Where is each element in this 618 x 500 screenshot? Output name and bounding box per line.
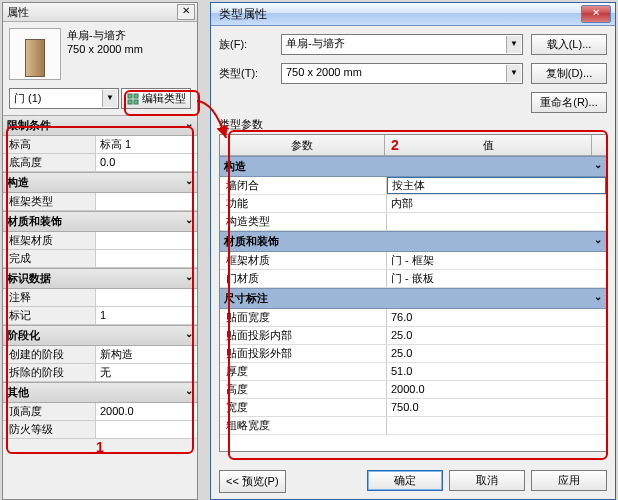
section-title: 材质和装饰	[7, 215, 62, 227]
chevron-down-icon: ▼	[506, 36, 521, 53]
type-param-row[interactable]: 墙闭合按主体	[220, 177, 606, 195]
category-header[interactable]: 尺寸标注⌄	[220, 288, 606, 309]
param-value[interactable]	[387, 417, 606, 434]
close-dialog-button[interactable]: ✕	[581, 5, 611, 23]
param-label: 贴面投影外部	[220, 345, 387, 362]
property-value[interactable]	[96, 250, 197, 267]
property-value[interactable]: 1	[96, 307, 197, 324]
type-param-row[interactable]: 宽度750.0	[220, 399, 606, 417]
expand-icon: ⌄	[594, 291, 602, 302]
property-value[interactable]: 标高 1	[96, 136, 197, 153]
type-param-row[interactable]: 构造类型	[220, 213, 606, 231]
load-label: 载入(L)...	[547, 38, 592, 50]
apply-button[interactable]: 应用	[531, 470, 607, 491]
edit-type-button[interactable]: 编辑类型	[121, 88, 191, 109]
param-value[interactable]: 内部	[387, 195, 606, 212]
property-value[interactable]: 0.0	[96, 154, 197, 171]
property-row[interactable]: 底高度0.0	[3, 154, 197, 172]
type-param-row[interactable]: 框架材质门 - 框架	[220, 252, 606, 270]
category-title: 构造	[224, 160, 246, 172]
dialog-title-text: 类型属性	[219, 6, 267, 23]
family-preview-row: 单扇-与墙齐 750 x 2000 mm	[3, 22, 197, 86]
property-row[interactable]: 顶高度2000.0	[3, 403, 197, 421]
properties-panel: 属性 ✕ 单扇-与墙齐 750 x 2000 mm 门 (1) ▼ 编辑类型 限…	[2, 2, 198, 500]
param-label: 粗略宽度	[220, 417, 387, 434]
section-header[interactable]: 材质和装饰⌄	[3, 211, 197, 232]
duplicate-label: 复制(D)...	[546, 67, 592, 79]
category-header[interactable]: 材质和装饰⌄	[220, 231, 606, 252]
dialog-titlebar[interactable]: 类型属性 ✕	[211, 3, 615, 26]
col-value-text: 值	[483, 139, 494, 151]
cancel-button[interactable]: 取消	[449, 470, 525, 491]
property-label: 标记	[3, 307, 96, 324]
param-label: 框架材质	[220, 252, 387, 269]
property-row[interactable]: 拆除的阶段无	[3, 364, 197, 382]
type-label: 类型(T):	[219, 66, 275, 81]
section-title: 标识数据	[7, 272, 51, 284]
property-value[interactable]	[96, 289, 197, 306]
param-value[interactable]: 门 - 嵌板	[387, 270, 606, 287]
param-label: 贴面宽度	[220, 309, 387, 326]
param-value[interactable]: 2000.0	[387, 381, 606, 398]
property-row[interactable]: 创建的阶段新构造	[3, 346, 197, 364]
param-value[interactable]: 76.0	[387, 309, 606, 326]
property-row[interactable]: 标记1	[3, 307, 197, 325]
property-row[interactable]: 完成	[3, 250, 197, 268]
property-label: 底高度	[3, 154, 96, 171]
param-label: 宽度	[220, 399, 387, 416]
param-value[interactable]	[387, 213, 606, 230]
type-params-header: 参数 2 值	[220, 135, 606, 156]
type-combo[interactable]: 750 x 2000 mm ▼	[281, 63, 523, 84]
category-header[interactable]: 构造⌄	[220, 156, 606, 177]
property-value[interactable]	[96, 232, 197, 249]
param-value[interactable]: 25.0	[387, 327, 606, 344]
property-row[interactable]: 框架材质	[3, 232, 197, 250]
preview-button[interactable]: << 预览(P)	[219, 470, 286, 493]
property-label: 拆除的阶段	[3, 364, 96, 381]
ok-button[interactable]: 确定	[367, 470, 443, 491]
property-value[interactable]: 新构造	[96, 346, 197, 363]
property-row[interactable]: 注释	[3, 289, 197, 307]
annotation-2: 2	[391, 135, 399, 155]
param-value[interactable]: 门 - 框架	[387, 252, 606, 269]
param-label: 功能	[220, 195, 387, 212]
param-value[interactable]: 25.0	[387, 345, 606, 362]
type-params-table: 参数 2 值 构造⌄墙闭合按主体功能内部构造类型材质和装饰⌄框架材质门 - 框架…	[219, 134, 607, 452]
section-header[interactable]: 构造⌄	[3, 172, 197, 193]
property-value[interactable]: 无	[96, 364, 197, 381]
property-value[interactable]	[96, 193, 197, 210]
param-value[interactable]: 按主体	[387, 177, 606, 194]
family-combo[interactable]: 单扇-与墙齐 ▼	[281, 34, 523, 55]
type-param-row[interactable]: 贴面宽度76.0	[220, 309, 606, 327]
preview-label: << 预览(P)	[226, 474, 279, 489]
param-value[interactable]: 51.0	[387, 363, 606, 380]
type-param-row[interactable]: 贴面投影内部25.0	[220, 327, 606, 345]
duplicate-button[interactable]: 复制(D)...	[531, 63, 607, 84]
section-header[interactable]: 阶段化⌄	[3, 325, 197, 346]
instance-selector[interactable]: 门 (1) ▼	[9, 88, 119, 109]
section-header[interactable]: 其他⌄	[3, 382, 197, 403]
type-param-row[interactable]: 门材质门 - 嵌板	[220, 270, 606, 288]
family-thumbnail	[9, 28, 61, 80]
section-header[interactable]: 限制条件⌄	[3, 115, 197, 136]
type-param-row[interactable]: 厚度51.0	[220, 363, 606, 381]
close-panel-button[interactable]: ✕	[177, 4, 195, 20]
property-row[interactable]: 防火等级	[3, 421, 197, 439]
property-row[interactable]: 框架类型	[3, 193, 197, 211]
section-header[interactable]: 标识数据⌄	[3, 268, 197, 289]
properties-panel-title: 属性 ✕	[3, 3, 197, 22]
property-value[interactable]	[96, 421, 197, 438]
rename-button[interactable]: 重命名(R)...	[531, 92, 607, 113]
family-text: 单扇-与墙齐 750 x 2000 mm	[67, 28, 143, 80]
property-value[interactable]: 2000.0	[96, 403, 197, 420]
category-title: 材质和装饰	[224, 235, 279, 247]
load-button[interactable]: 载入(L)...	[531, 34, 607, 55]
type-param-row[interactable]: 功能内部	[220, 195, 606, 213]
type-param-row[interactable]: 贴面投影外部25.0	[220, 345, 606, 363]
type-param-row[interactable]: 粗略宽度	[220, 417, 606, 435]
annotation-1: 1	[3, 439, 197, 455]
property-row[interactable]: 标高标高 1	[3, 136, 197, 154]
param-value[interactable]: 750.0	[387, 399, 606, 416]
param-label: 贴面投影内部	[220, 327, 387, 344]
type-param-row[interactable]: 高度2000.0	[220, 381, 606, 399]
